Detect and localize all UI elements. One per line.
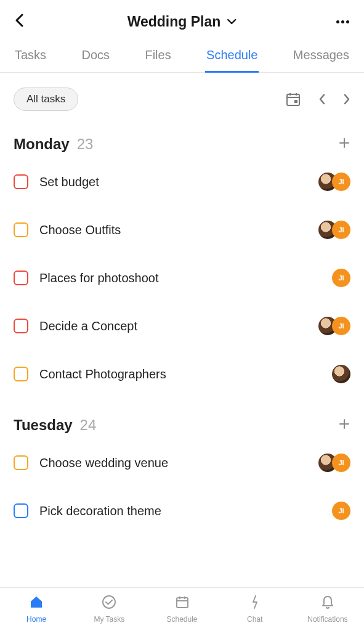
svg-rect-2 — [294, 100, 297, 103]
task-row[interactable]: Decide a ConceptJI — [0, 302, 364, 350]
task-assignees — [332, 365, 350, 383]
task-assignees: JI — [318, 221, 350, 239]
bolt-icon — [247, 594, 263, 613]
task-checkbox[interactable] — [14, 222, 28, 237]
task-assignees: JI — [318, 317, 350, 335]
task-assignees: JI — [332, 269, 350, 287]
home-icon — [28, 594, 44, 613]
svg-rect-6 — [177, 598, 188, 608]
nav-label: Notifications — [307, 615, 347, 624]
nav-my-tasks[interactable]: My Tasks — [73, 594, 145, 624]
task-assignees: JI — [332, 502, 350, 520]
task-title: Choose Outfits — [39, 223, 318, 237]
avatar-photo — [332, 365, 350, 383]
tab-docs[interactable]: Docs — [82, 39, 110, 72]
nav-notifications[interactable]: Notifications — [291, 594, 364, 624]
back-button[interactable] — [15, 14, 23, 30]
calendar-icon[interactable] — [285, 91, 301, 107]
check-circle-icon — [101, 594, 117, 613]
chevron-down-icon — [227, 18, 237, 25]
task-row[interactable]: Set budgetJI — [0, 158, 364, 206]
tab-messages[interactable]: Messages — [293, 39, 349, 72]
calendar-icon — [174, 594, 190, 613]
day-header: Monday23 — [14, 136, 350, 153]
title-dropdown[interactable]: Wedding Plan — [127, 14, 237, 30]
tab-schedule[interactable]: Schedule — [206, 39, 257, 72]
nav-label: Schedule — [166, 615, 197, 624]
task-row[interactable]: Contact Photographers — [0, 350, 364, 398]
task-title: Decide a Concept — [39, 319, 318, 333]
task-title: Set budget — [39, 175, 318, 189]
prev-arrow[interactable] — [318, 93, 326, 105]
task-assignees: JI — [318, 454, 350, 472]
avatar-initials: JI — [332, 317, 350, 335]
day-name: Monday — [14, 136, 70, 153]
nav-label: Home — [26, 615, 46, 624]
task-checkbox[interactable] — [14, 503, 28, 518]
page-title: Wedding Plan — [127, 14, 221, 30]
task-title: Contact Photographers — [39, 367, 332, 381]
nav-home[interactable]: Home — [0, 594, 73, 624]
task-title: Choose wedding venue — [39, 456, 318, 470]
nav-schedule[interactable]: Schedule — [145, 594, 218, 624]
task-row[interactable]: Pick decoration themeJI — [0, 487, 364, 535]
nav-chat[interactable]: Chat — [219, 594, 291, 624]
tabs: TasksDocsFilesScheduleMessages — [0, 39, 364, 73]
avatar-initials: JI — [332, 502, 350, 520]
task-checkbox[interactable] — [14, 367, 28, 381]
task-row[interactable]: Places for photoshootJI — [0, 254, 364, 302]
task-checkbox[interactable] — [14, 455, 28, 470]
header: Wedding Plan — [0, 0, 364, 39]
nav-label: My Tasks — [94, 615, 124, 624]
task-row[interactable]: Choose OutfitsJI — [0, 206, 364, 254]
svg-point-5 — [103, 596, 115, 608]
tab-files[interactable]: Files — [145, 39, 171, 72]
task-title: Pick decoration theme — [39, 504, 332, 518]
avatar-initials: JI — [332, 454, 350, 472]
filter-row: All tasks — [0, 73, 364, 117]
add-task-button[interactable] — [338, 418, 350, 433]
bottom-nav: HomeMy TasksScheduleChatNotifications — [0, 587, 364, 631]
day-section: Monday23 — [0, 117, 364, 158]
next-arrow[interactable] — [343, 93, 350, 105]
tab-tasks[interactable]: Tasks — [15, 39, 46, 72]
task-checkbox[interactable] — [14, 174, 28, 189]
task-assignees: JI — [318, 173, 350, 191]
avatar-initials: JI — [332, 269, 350, 287]
task-checkbox[interactable] — [14, 319, 28, 333]
day-header: Tuesday24 — [14, 417, 350, 434]
bell-icon — [320, 594, 336, 613]
day-name: Tuesday — [14, 417, 73, 434]
day-number: 23 — [77, 136, 94, 153]
task-row[interactable]: Choose wedding venueJI — [0, 439, 364, 487]
task-title: Places for photoshoot — [39, 271, 332, 285]
avatar-initials: JI — [332, 173, 350, 191]
filter-all-tasks[interactable]: All tasks — [14, 88, 78, 111]
day-number: 24 — [80, 417, 97, 434]
avatar-initials: JI — [332, 221, 350, 239]
day-section: Tuesday24 — [0, 398, 364, 439]
nav-label: Chat — [247, 615, 262, 624]
more-button[interactable] — [336, 20, 349, 23]
task-checkbox[interactable] — [14, 271, 28, 285]
add-task-button[interactable] — [338, 137, 350, 152]
